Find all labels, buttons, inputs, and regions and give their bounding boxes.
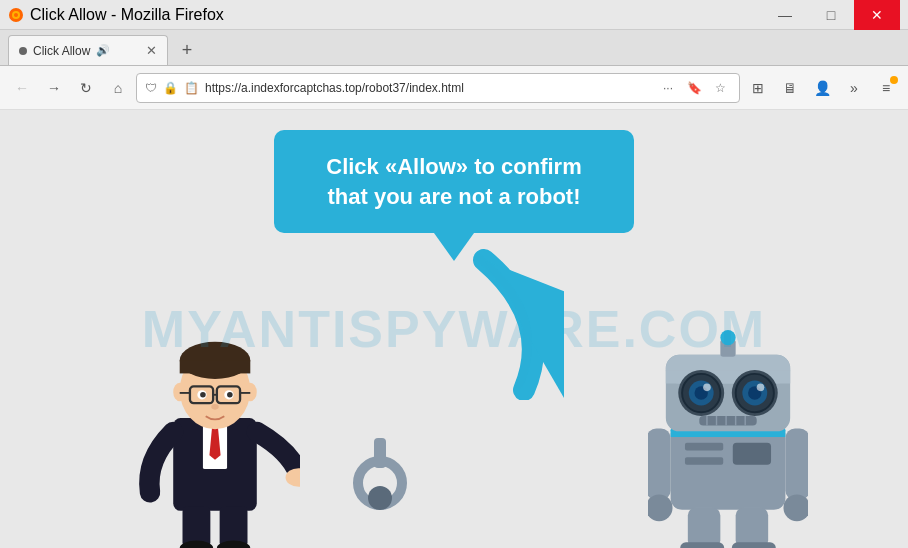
lock-icon: 🔒 — [163, 81, 178, 95]
synced-tabs-icon: 🖥 — [783, 80, 797, 96]
svg-rect-28 — [685, 443, 723, 451]
page-content: MYANTISPYWARE.COM Click «Allow» to confi… — [0, 110, 908, 548]
svg-rect-60 — [680, 542, 724, 548]
titlebar-title: Click Allow - Mozilla Firefox — [30, 6, 224, 24]
svg-rect-59 — [736, 508, 769, 548]
more-options-button[interactable]: ··· — [657, 77, 679, 99]
svg-point-46 — [703, 383, 711, 391]
new-tab-button[interactable]: + — [172, 35, 202, 65]
svg-point-37 — [720, 330, 735, 345]
url-text[interactable]: https://a.indexforcaptchas.top/robot37/i… — [205, 81, 651, 95]
robot-arm-icon — [350, 438, 410, 518]
forward-button[interactable]: → — [40, 74, 68, 102]
address-actions: ··· 🔖 ☆ — [657, 77, 731, 99]
library-icon: ⊞ — [752, 80, 764, 96]
library-button[interactable]: ⊞ — [744, 74, 772, 102]
extensions-icon: » — [850, 80, 858, 96]
back-button[interactable]: ← — [8, 74, 36, 102]
tab-indicator — [19, 47, 27, 55]
svg-rect-54 — [648, 428, 671, 500]
svg-rect-9 — [180, 360, 251, 373]
robot-illustration — [648, 328, 808, 548]
tab-label: Click Allow — [33, 44, 90, 58]
menu-button[interactable]: ≡ — [872, 74, 900, 102]
extensions-button[interactable]: » — [840, 74, 868, 102]
toolbar-right: ⊞ 🖥 👤 » ≡ — [744, 74, 900, 102]
svg-point-47 — [757, 383, 765, 391]
svg-rect-29 — [685, 457, 723, 465]
svg-point-57 — [783, 494, 808, 521]
account-button[interactable]: 👤 — [808, 74, 836, 102]
svg-rect-61 — [732, 542, 776, 548]
svg-rect-32 — [671, 430, 786, 437]
svg-rect-48 — [699, 416, 756, 426]
arrow-icon — [424, 240, 564, 400]
active-tab[interactable]: Click Allow 🔊 ✕ — [8, 35, 168, 65]
popup-message: Click «Allow» to confirm that you are no… — [310, 152, 598, 211]
svg-point-21 — [211, 404, 218, 410]
pocket-icon: 🔖 — [683, 77, 705, 99]
captcha-popup: Click «Allow» to confirm that you are no… — [274, 130, 634, 233]
svg-point-2 — [14, 13, 18, 17]
minimize-button[interactable]: — — [762, 0, 808, 30]
svg-rect-30 — [733, 443, 771, 465]
menu-badge — [890, 76, 898, 84]
svg-rect-55 — [785, 428, 808, 500]
tab-sound-icon[interactable]: 🔊 — [96, 44, 110, 57]
titlebar: Click Allow - Mozilla Firefox — □ ✕ — [0, 0, 908, 30]
firefox-logo-icon — [8, 7, 24, 23]
home-button[interactable]: ⌂ — [104, 74, 132, 102]
account-icon: 👤 — [814, 80, 831, 96]
synced-tabs-button[interactable]: 🖥 — [776, 74, 804, 102]
svg-point-20 — [227, 392, 233, 398]
svg-rect-58 — [688, 508, 721, 548]
svg-rect-63 — [374, 438, 386, 468]
svg-point-19 — [200, 392, 206, 398]
person-illustration — [130, 288, 300, 548]
shield-icon: 🛡 — [145, 81, 157, 95]
clipboard-icon: 📋 — [184, 81, 199, 95]
svg-point-56 — [648, 494, 673, 521]
toolbar: ← → ↻ ⌂ 🛡 🔒 📋 https://a.indexforcaptchas… — [0, 66, 908, 110]
titlebar-left: Click Allow - Mozilla Firefox — [8, 6, 224, 24]
maximize-button[interactable]: □ — [808, 0, 854, 30]
tab-close-button[interactable]: ✕ — [146, 43, 157, 58]
star-button[interactable]: ☆ — [709, 77, 731, 99]
reload-button[interactable]: ↻ — [72, 74, 100, 102]
address-bar[interactable]: 🛡 🔒 📋 https://a.indexforcaptchas.top/rob… — [136, 73, 740, 103]
close-button[interactable]: ✕ — [854, 0, 900, 30]
tabbar: Click Allow 🔊 ✕ + — [0, 30, 908, 66]
svg-point-64 — [368, 486, 392, 510]
titlebar-controls: — □ ✕ — [762, 0, 900, 30]
menu-icon: ≡ — [882, 80, 890, 96]
